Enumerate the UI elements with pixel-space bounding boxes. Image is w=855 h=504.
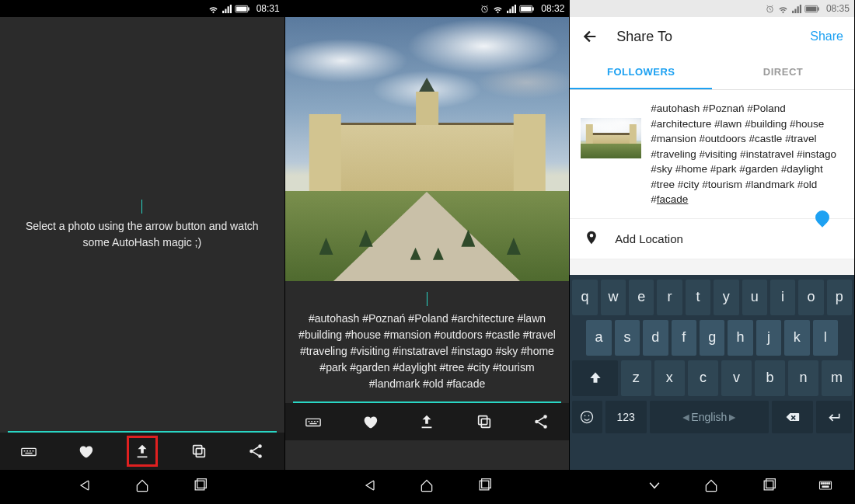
svg-rect-45 xyxy=(825,483,826,485)
heart-icon[interactable] xyxy=(70,436,101,467)
key-l[interactable]: l xyxy=(813,320,838,356)
key-x[interactable]: x xyxy=(654,360,685,396)
svg-rect-4 xyxy=(23,450,25,451)
space-key[interactable]: ◄ English ► xyxy=(650,401,769,433)
home-icon[interactable] xyxy=(703,478,719,496)
caption-text[interactable]: #autohash #Poznań #Poland #architecture … xyxy=(651,101,843,207)
tab-direct[interactable]: DIRECT xyxy=(712,56,854,89)
tab-followers[interactable]: FOLLOWERS xyxy=(570,56,712,89)
copy-icon[interactable] xyxy=(183,436,215,467)
key-f[interactable]: f xyxy=(672,320,696,356)
status-bar: 08:31 xyxy=(0,0,284,17)
keyboard-switch-icon[interactable] xyxy=(818,478,833,496)
svg-rect-21 xyxy=(309,421,310,422)
svg-rect-35 xyxy=(806,6,816,11)
back-down-icon[interactable] xyxy=(647,478,662,496)
numeric-key[interactable]: 123 xyxy=(605,401,647,433)
key-d[interactable]: d xyxy=(643,320,668,356)
key-z[interactable]: z xyxy=(621,360,651,396)
home-icon[interactable] xyxy=(134,478,150,496)
svg-rect-22 xyxy=(311,421,312,422)
android-navbar xyxy=(285,470,570,504)
wifi-icon xyxy=(493,4,503,14)
wifi-icon xyxy=(778,4,788,14)
home-icon[interactable] xyxy=(419,478,434,496)
svg-rect-18 xyxy=(521,6,531,11)
text-cursor xyxy=(141,200,142,214)
signal-icon xyxy=(222,4,232,14)
selected-photo[interactable] xyxy=(285,17,570,281)
svg-rect-6 xyxy=(29,450,30,451)
key-w[interactable]: w xyxy=(601,280,626,315)
appbar: Share To Share xyxy=(570,17,854,56)
shift-key[interactable] xyxy=(572,360,618,396)
svg-rect-31 xyxy=(480,481,490,490)
signal-icon xyxy=(791,4,801,14)
share-tabs: FOLLOWERS DIRECT xyxy=(570,56,854,90)
key-o[interactable]: o xyxy=(798,280,823,315)
photo-thumbnail[interactable] xyxy=(581,118,641,158)
key-c[interactable]: c xyxy=(688,360,718,396)
key-r[interactable]: r xyxy=(657,280,682,315)
heart-icon[interactable] xyxy=(354,406,386,437)
key-v[interactable]: v xyxy=(721,360,752,396)
recent-icon[interactable] xyxy=(476,478,492,496)
back-arrow-icon[interactable] xyxy=(581,27,599,46)
key-b[interactable]: b xyxy=(755,360,785,396)
backspace-key[interactable] xyxy=(772,401,813,433)
svg-rect-47 xyxy=(829,483,830,485)
caption-input-area[interactable]: Select a photo using the arrow button an… xyxy=(0,17,284,428)
caption-row[interactable]: #autohash #Poznań #Poland #architecture … xyxy=(570,90,854,218)
svg-rect-14 xyxy=(195,481,204,490)
key-s[interactable]: s xyxy=(615,320,640,356)
keyboard-icon[interactable] xyxy=(13,436,44,467)
upload-icon[interactable] xyxy=(411,406,442,437)
add-location-row[interactable]: Add Location xyxy=(570,218,854,259)
upload-icon[interactable] xyxy=(127,436,158,467)
spacer xyxy=(570,259,854,275)
share-icon[interactable] xyxy=(240,436,271,467)
location-pin-icon xyxy=(584,230,599,248)
svg-rect-40 xyxy=(764,481,773,490)
back-icon[interactable] xyxy=(362,478,378,496)
share-action[interactable]: Share xyxy=(810,30,843,43)
soft-keyboard: qwertyuiop asdfghjkl zxcvbnm 123 ◄ Engli… xyxy=(570,275,854,470)
key-p[interactable]: p xyxy=(827,280,852,315)
svg-rect-44 xyxy=(823,483,825,485)
caption-input-area[interactable]: #autohash #Poznań #Poland #architecture … xyxy=(285,281,570,398)
svg-rect-15 xyxy=(197,479,206,488)
svg-rect-23 xyxy=(314,421,316,422)
key-k[interactable]: k xyxy=(784,320,809,356)
key-t[interactable]: t xyxy=(686,280,710,315)
back-icon[interactable] xyxy=(77,478,92,496)
toolbar xyxy=(285,403,570,440)
svg-rect-1 xyxy=(236,6,246,11)
key-i[interactable]: i xyxy=(770,280,795,315)
key-h[interactable]: h xyxy=(728,320,752,356)
key-q[interactable]: q xyxy=(572,280,597,315)
key-a[interactable]: a xyxy=(586,320,611,356)
key-g[interactable]: g xyxy=(700,320,724,356)
key-n[interactable]: n xyxy=(788,360,818,396)
emoji-key[interactable] xyxy=(572,401,602,433)
recent-icon[interactable] xyxy=(192,478,208,496)
key-j[interactable]: j xyxy=(756,320,781,356)
keyboard-icon[interactable] xyxy=(298,406,329,437)
placeholder-text: Select a photo using the arrow button an… xyxy=(18,218,267,251)
recent-icon[interactable] xyxy=(761,478,776,496)
battery-icon xyxy=(235,5,250,13)
screen-3-instagram-share: 08:35 Share To Share FOLLOWERS DIRECT #a… xyxy=(570,0,855,504)
key-m[interactable]: m xyxy=(822,360,852,396)
copy-icon[interactable] xyxy=(469,406,500,437)
screen-1-autohash-empty: 08:31 Select a photo using the arrow but… xyxy=(0,0,285,504)
key-y[interactable]: y xyxy=(714,280,738,315)
key-u[interactable]: u xyxy=(742,280,767,315)
enter-key[interactable] xyxy=(816,401,852,433)
svg-rect-48 xyxy=(822,486,829,488)
share-icon[interactable] xyxy=(525,406,557,437)
status-time: 08:35 xyxy=(826,3,850,14)
battery-icon xyxy=(804,5,820,13)
key-e[interactable]: e xyxy=(629,280,654,315)
svg-rect-24 xyxy=(317,421,319,422)
toolbar xyxy=(0,433,284,470)
